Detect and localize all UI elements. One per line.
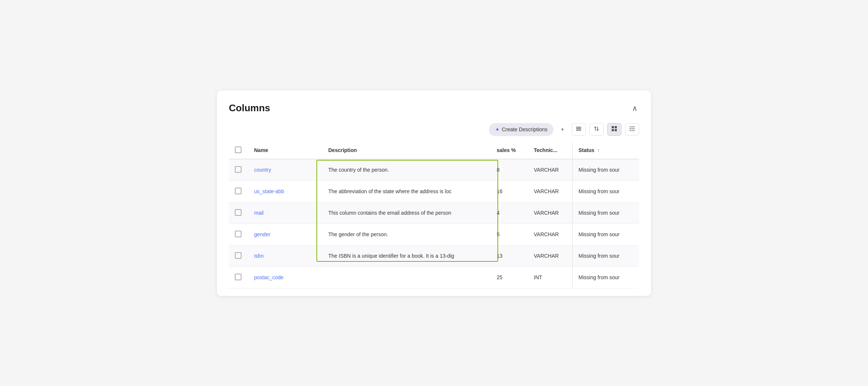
row-sales-cell: 4 xyxy=(491,202,528,224)
row-sales-cell: 13 xyxy=(491,245,528,267)
plus-icon: + xyxy=(561,126,564,133)
row-checkbox[interactable] xyxy=(235,252,241,259)
row-description-cell: The gender of the person. xyxy=(322,224,491,245)
svg-point-11 xyxy=(632,128,633,129)
column-name-link[interactable]: postac_code xyxy=(254,274,283,280)
collapse-button[interactable]: ∧ xyxy=(631,102,639,114)
row-checkbox[interactable] xyxy=(235,274,241,280)
status-badge: Missing from sour xyxy=(579,231,619,237)
svg-point-10 xyxy=(630,128,631,129)
column-name-link[interactable]: mail xyxy=(254,210,264,216)
table-row: gender The gender of the person. 5 VARCH… xyxy=(229,224,639,245)
columns-table-wrapper: Name Description sales % Technic... Stat xyxy=(229,142,639,288)
table-row: isbn The ISBN is a unique identifier for… xyxy=(229,245,639,267)
row-name-cell: mail xyxy=(248,202,322,224)
header-name-col[interactable]: Name xyxy=(248,142,322,159)
header-checkbox-col xyxy=(229,142,248,159)
status-badge: Missing from sour xyxy=(579,188,619,194)
row-technic-cell: VARCHAR xyxy=(528,224,572,245)
svg-point-7 xyxy=(630,126,631,128)
status-badge: Missing from sour xyxy=(579,210,619,216)
row-technic-cell: VARCHAR xyxy=(528,159,572,181)
toolbar: ✦ Create Descriptions + xyxy=(229,123,639,136)
columns-panel: Columns ∧ ✦ Create Descriptions + xyxy=(217,90,651,296)
svg-rect-6 xyxy=(615,129,617,131)
table-row: country The country of the person. 8 VAR… xyxy=(229,159,639,181)
svg-point-8 xyxy=(632,126,633,128)
svg-point-15 xyxy=(634,130,635,131)
grid-icon xyxy=(611,126,617,133)
status-sort-icon: ↑ xyxy=(597,147,600,153)
row-status-cell: Missing from sour xyxy=(572,267,639,288)
row-technic-cell: VARCHAR xyxy=(528,181,572,202)
row-description-cell: The ISBN is a unique identifier for a bo… xyxy=(322,245,491,267)
svg-rect-4 xyxy=(615,126,617,128)
row-sales-cell: 5 xyxy=(491,224,528,245)
row-name-cell: gender xyxy=(248,224,322,245)
svg-point-12 xyxy=(634,128,635,129)
row-checkbox[interactable] xyxy=(235,209,241,216)
sort-button[interactable] xyxy=(589,123,604,136)
panel-title: Columns xyxy=(229,102,270,114)
row-status-cell: Missing from sour xyxy=(572,159,639,181)
column-name-link[interactable]: country xyxy=(254,167,271,173)
row-description-cell: This column contains the email address o… xyxy=(322,202,491,224)
create-descriptions-button[interactable]: ✦ Create Descriptions xyxy=(489,123,553,136)
dots-view-button[interactable] xyxy=(625,123,639,136)
row-checkbox-cell xyxy=(229,267,248,288)
grid-view-button[interactable] xyxy=(607,123,621,136)
row-checkbox[interactable] xyxy=(235,188,241,194)
table-body: country The country of the person. 8 VAR… xyxy=(229,159,639,288)
svg-rect-5 xyxy=(612,129,614,131)
row-status-cell: Missing from sour xyxy=(572,202,639,224)
table-row: postac_code 25 INT Missing from sour xyxy=(229,267,639,288)
row-description-cell xyxy=(322,267,491,288)
technic-col-label: Technic... xyxy=(534,147,558,153)
header-status-col[interactable]: Status ↑ xyxy=(572,142,639,159)
sales-col-label: sales % xyxy=(497,147,516,153)
sort-icon xyxy=(594,126,599,133)
svg-rect-1 xyxy=(576,128,581,129)
status-col-label: Status xyxy=(579,147,595,153)
row-status-cell: Missing from sour xyxy=(572,181,639,202)
header-technic-col[interactable]: Technic... xyxy=(528,142,572,159)
svg-rect-3 xyxy=(612,126,614,128)
row-checkbox-cell xyxy=(229,181,248,202)
row-name-cell: isbn xyxy=(248,245,322,267)
header-description-col[interactable]: Description xyxy=(322,142,491,159)
row-description-cell: The abbreviation of the state where the … xyxy=(322,181,491,202)
svg-rect-2 xyxy=(576,130,581,131)
create-descriptions-label: Create Descriptions xyxy=(502,126,548,132)
status-badge: Missing from sour xyxy=(579,167,619,173)
add-column-button[interactable]: + xyxy=(557,124,568,135)
column-name-link[interactable]: isbn xyxy=(254,253,264,259)
svg-rect-0 xyxy=(576,127,581,128)
list-icon xyxy=(576,126,582,133)
row-checkbox-cell xyxy=(229,159,248,181)
sparkle-icon: ✦ xyxy=(495,126,500,133)
table-row: us_state-abb The abbreviation of the sta… xyxy=(229,181,639,202)
columns-table: Name Description sales % Technic... Stat xyxy=(229,142,639,288)
row-technic-cell: INT xyxy=(528,267,572,288)
header-sales-col[interactable]: sales % xyxy=(491,142,528,159)
row-technic-cell: VARCHAR xyxy=(528,202,572,224)
row-checkbox-cell xyxy=(229,202,248,224)
name-col-label: Name xyxy=(254,147,268,153)
list-view-button[interactable] xyxy=(572,123,586,136)
header-checkbox[interactable] xyxy=(235,146,241,153)
description-col-label: Description xyxy=(328,147,357,153)
table-row: mail This column contains the email addr… xyxy=(229,202,639,224)
row-checkbox[interactable] xyxy=(235,166,241,173)
row-checkbox-cell xyxy=(229,245,248,267)
row-name-cell: us_state-abb xyxy=(248,181,322,202)
column-name-link[interactable]: gender xyxy=(254,231,270,237)
column-name-link[interactable]: us_state-abb xyxy=(254,188,284,194)
svg-point-13 xyxy=(630,130,631,131)
row-checkbox[interactable] xyxy=(235,231,241,237)
row-description-cell: The country of the person. xyxy=(322,159,491,181)
row-checkbox-cell xyxy=(229,224,248,245)
row-sales-cell: 8 xyxy=(491,159,528,181)
panel-header: Columns ∧ xyxy=(229,102,639,114)
collapse-icon: ∧ xyxy=(632,104,638,112)
row-sales-cell: 25 xyxy=(491,267,528,288)
